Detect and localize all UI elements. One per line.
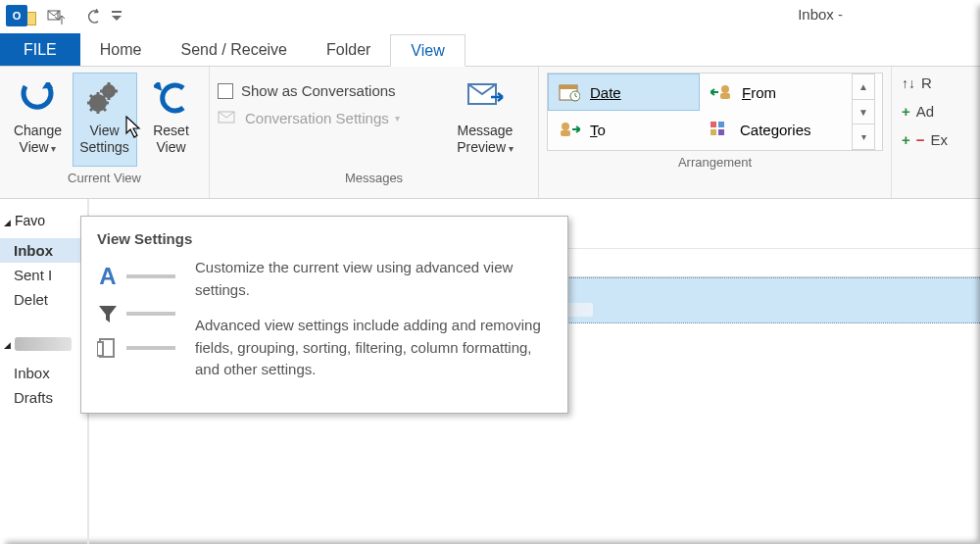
group-label-arrangement: Arrangement [547,151,883,175]
tab-folder[interactable]: Folder [307,33,390,66]
svg-rect-24 [718,129,724,135]
sidebar-item-inbox[interactable]: Inbox [0,238,87,263]
scroll-down-icon[interactable]: ▼ [853,100,874,125]
group-current-view: Change View ▾ View Settings Reset View C… [0,67,210,198]
add-columns-button[interactable]: +Ad [902,103,948,120]
change-view-icon [19,79,58,119]
reset-view-label: Reset View [140,123,203,156]
account-header[interactable] [4,335,87,351]
app-icon: O [6,3,35,30]
svg-rect-20 [720,93,730,99]
ribbon: Change View ▾ View Settings Reset View C… [0,67,980,199]
gallery-expand-icon[interactable]: ▾ [853,124,874,149]
tab-home[interactable]: Home [80,33,162,66]
arrange-categories[interactable]: Categories [700,111,852,148]
tab-view[interactable]: View [390,34,465,67]
sidebar-item-inbox-2[interactable]: Inbox [14,361,87,385]
view-settings-button[interactable]: View Settings [73,73,137,167]
arrangement-gallery-scroll[interactable]: ▲ ▼ ▾ [852,74,875,150]
reset-view-icon [152,79,191,119]
group-messages: Show as Conversations Conversation Setti… [210,67,539,198]
svg-rect-21 [710,122,716,127]
qat-send-receive-icon[interactable] [43,5,71,28]
favorites-header[interactable]: Favo [4,213,87,228]
svg-rect-26 [97,342,103,356]
tooltip-title: View Settings [97,230,552,247]
tooltip-icon: A [97,257,175,395]
svg-rect-15 [560,85,577,89]
show-conversations-checkbox[interactable]: Show as Conversations [218,82,443,99]
tab-file[interactable]: FILE [0,33,80,66]
group-label-messages: Messages [218,167,530,191]
checkbox-icon [218,83,233,99]
conversation-icon [218,109,239,126]
expand-collapse-button[interactable]: +−Ex [902,131,948,148]
to-icon [559,121,580,138]
svg-rect-22 [718,122,724,127]
message-preview-button[interactable]: Message Preview ▾ [443,73,527,167]
sidebar-item-deleted[interactable]: Delet [14,287,87,312]
group-label-current-view: Current View [68,167,141,191]
categories-icon [710,122,730,137]
title-bar: O Inbox - [0,0,980,33]
undo-icon[interactable] [80,5,108,28]
qat-customize-icon[interactable] [108,5,125,28]
svg-rect-23 [710,129,716,135]
svg-point-19 [721,85,729,93]
ribbon-tabs: FILE Home Send / Receive Folder View [0,33,980,67]
arrange-to[interactable]: To [548,111,700,148]
ribbon-overflow: ↑↓R +Ad +−Ex [892,67,954,198]
conversation-settings-button: Conversation Settings ▾ [218,109,443,126]
svg-rect-18 [561,130,570,136]
reset-view-button[interactable]: Reset View [139,73,204,167]
sidebar-item-sent[interactable]: Sent I [14,263,87,287]
from-icon [710,83,732,101]
message-preview-icon [466,79,505,119]
scroll-up-icon[interactable]: ▲ [853,74,874,100]
tab-send-receive[interactable]: Send / Receive [161,33,307,66]
arrange-date[interactable]: Date [548,74,700,111]
tooltip-body: Customize the current view using advance… [195,257,552,395]
view-settings-tooltip: View Settings A Customize the current vi… [80,216,568,414]
sidebar-item-drafts[interactable]: Drafts [14,385,87,410]
change-view-button[interactable]: Change View ▾ [6,73,71,167]
svg-rect-1 [112,11,122,13]
group-arrangement: Date To From Categories ▲ ▼ [539,67,892,198]
date-icon [559,82,580,102]
folder-pane: Favo Inbox Sent I Delet Inbox Drafts [0,199,88,544]
reverse-sort-button[interactable]: ↑↓R [902,74,948,91]
svg-point-17 [562,123,569,130]
view-settings-label: View Settings [74,123,136,156]
gear-icon [85,79,124,119]
arrange-from[interactable]: From [700,74,852,111]
